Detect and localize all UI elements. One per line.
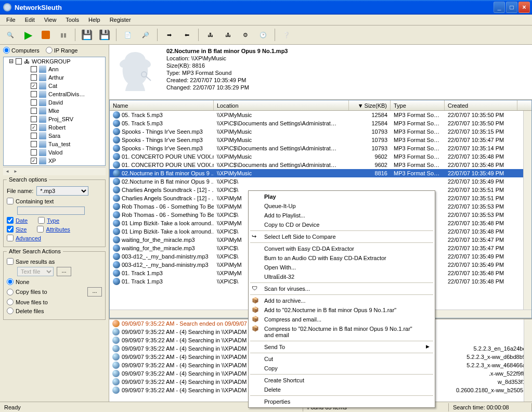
table-row[interactable]: Spooks - Things Ir've Seen.mp3\\XP\MyMus… bbox=[110, 127, 531, 136]
app-title: NetworkSleuth bbox=[15, 4, 494, 11]
tree-node[interactable]: CentralDivis… bbox=[4, 90, 105, 98]
type-check[interactable]: Type bbox=[38, 217, 59, 224]
close-button[interactable]: × bbox=[518, 2, 530, 13]
scope-iprange[interactable]: IP Range bbox=[46, 47, 78, 54]
pause-button[interactable]: ▮▮ bbox=[56, 28, 71, 42]
tree-node[interactable]: Valod bbox=[4, 148, 105, 157]
context-menu-item[interactable]: Open With... bbox=[250, 263, 434, 272]
action-delete[interactable]: Delete files bbox=[7, 307, 44, 314]
export-button[interactable]: ➡ bbox=[162, 28, 176, 42]
advanced-check[interactable]: Advanced bbox=[7, 235, 41, 241]
menu-register[interactable]: Register bbox=[106, 16, 135, 24]
context-menu: PlayQueue-It-UpAdd to Playlist...Copy to… bbox=[248, 190, 435, 408]
tree-node[interactable]: Proj_SRV bbox=[4, 115, 105, 123]
date-check[interactable]: Date bbox=[7, 217, 28, 224]
browse-save-button[interactable]: ... bbox=[57, 267, 71, 276]
context-menu-item[interactable]: Delete bbox=[250, 385, 434, 394]
context-menu-item[interactable]: 🛡Scan for viruses... bbox=[250, 284, 434, 293]
scope-computers[interactable]: Computers bbox=[3, 47, 40, 54]
table-row[interactable]: Spooks - Things Ir've Seen.mp3\\XP\MyMus… bbox=[110, 136, 531, 144]
search-icon[interactable]: 🔍 bbox=[3, 28, 18, 42]
attributes-check[interactable]: Attributes bbox=[37, 226, 70, 233]
context-menu-item[interactable]: Send To▶ bbox=[250, 342, 434, 352]
log-vscroll[interactable] bbox=[524, 319, 532, 402]
context-menu-item[interactable]: Copy bbox=[250, 364, 434, 373]
schedule-icon[interactable]: 🕑 bbox=[256, 28, 270, 42]
tree-node[interactable]: ✓XP bbox=[4, 157, 105, 165]
context-menu-item[interactable]: 📦Compress to "02.Nocturne in B flat mino… bbox=[250, 324, 434, 340]
save-results-check[interactable]: Save results as bbox=[7, 258, 55, 265]
menu-tools[interactable]: Tools bbox=[61, 16, 83, 24]
context-menu-item[interactable]: ↪Select Left Side to Compare bbox=[250, 232, 434, 241]
filename-input[interactable]: *.mp3 bbox=[36, 186, 88, 196]
find-button[interactable]: 🔎 bbox=[138, 28, 153, 42]
action-move[interactable]: Move files to bbox=[7, 299, 48, 305]
col-name[interactable]: Name bbox=[110, 100, 214, 110]
tree-node[interactable]: Tua_test bbox=[4, 140, 105, 148]
menubar: File Edit View Tools Help Register bbox=[0, 15, 532, 25]
context-menu-item[interactable]: Add to Playlist... bbox=[250, 211, 434, 220]
context-menu-item[interactable]: Convert with Easy CD-DA Extractor bbox=[250, 244, 434, 253]
context-menu-item[interactable]: Play bbox=[250, 192, 434, 201]
after-actions-group: After Search Actions Save results as Tex… bbox=[3, 251, 106, 320]
detail-name: 02.Nocturne in B flat minor Opus 9 No.1.… bbox=[166, 48, 288, 54]
tree-node[interactable]: Arthur bbox=[4, 73, 105, 82]
context-menu-item[interactable]: Queue-It-Up bbox=[250, 201, 434, 211]
minimize-button[interactable]: _ bbox=[494, 2, 505, 13]
col-created[interactable]: Created bbox=[445, 100, 517, 110]
context-menu-item[interactable]: Create Shortcut bbox=[250, 376, 434, 385]
context-menu-item[interactable]: Properties bbox=[250, 397, 434, 406]
table-row[interactable]: 05. Track 5.mp3\\XP\C$\Documents and Set… bbox=[110, 119, 531, 127]
containing-text-check[interactable]: Containing text bbox=[7, 198, 54, 204]
table-row[interactable]: 02.Nocturne in B flat minor Opus 9 …\\XP… bbox=[110, 169, 531, 177]
list-button[interactable]: 📄 bbox=[121, 28, 135, 42]
context-menu-item[interactable]: 📦Add to archive... bbox=[250, 296, 434, 305]
save-button[interactable]: 💾 bbox=[80, 28, 94, 42]
stop-button[interactable] bbox=[38, 28, 53, 42]
settings-icon[interactable]: ⚙ bbox=[238, 28, 253, 42]
tree-node[interactable]: ✓Cat bbox=[4, 82, 105, 90]
menu-help[interactable]: Help bbox=[84, 16, 105, 24]
context-menu-item[interactable]: Copy to CD or Device bbox=[250, 220, 434, 229]
browse-copy-button[interactable]: ... bbox=[87, 287, 102, 297]
tree-node[interactable]: Sara bbox=[4, 132, 105, 140]
table-row[interactable]: 01. CONCERTO POUR UNE VOIX.mp3\\XP\C$\Do… bbox=[110, 161, 531, 169]
svg-line-1 bbox=[146, 76, 151, 81]
maximize-button[interactable]: □ bbox=[506, 2, 517, 13]
context-menu-item[interactable]: 📦Compress and email... bbox=[250, 315, 434, 324]
table-row[interactable]: 02.Nocturne in B flat minor Opus 9 …\\XP… bbox=[110, 177, 531, 186]
tree-node[interactable]: David bbox=[4, 98, 105, 107]
tree-node[interactable]: Mke bbox=[4, 107, 105, 115]
table-row[interactable]: 05. Track 5.mp3\\XP\MyMusic12584MP3 Form… bbox=[110, 111, 531, 119]
sherlock-icon bbox=[114, 48, 156, 95]
context-menu-item[interactable]: Cut bbox=[250, 354, 434, 364]
toolbar: 🔍 ▶ ▮▮ 💾 💾 📄 🔎 ➡ ⬅ 🖧 🖧 ⚙ 🕑 ❔ bbox=[0, 25, 532, 45]
menu-edit[interactable]: Edit bbox=[21, 16, 39, 24]
tree-node[interactable]: Ann bbox=[4, 65, 105, 73]
action-copy[interactable]: Copy files to bbox=[7, 289, 47, 295]
grid-vscroll[interactable] bbox=[523, 111, 531, 310]
tree-node[interactable]: ✓Robert bbox=[4, 123, 105, 132]
net-icon[interactable]: 🖧 bbox=[203, 28, 217, 42]
action-none[interactable]: None bbox=[7, 278, 29, 285]
net-refresh-icon[interactable]: 🖧 bbox=[220, 28, 235, 42]
col-type[interactable]: Type bbox=[391, 100, 445, 110]
context-menu-item[interactable]: Burn to an Audio CD with Easy CD-DA Extr… bbox=[250, 253, 434, 263]
table-row[interactable]: 01. CONCERTO POUR UNE VOIX.mp3\\XP\MyMus… bbox=[110, 152, 531, 161]
size-check[interactable]: Size bbox=[7, 226, 27, 233]
save-as-button[interactable]: 💾 bbox=[97, 28, 112, 42]
col-size[interactable]: ▼ Size(KB) bbox=[349, 100, 391, 110]
context-menu-item[interactable]: 📦Add to "02.Nocturne in B flat minor Opu… bbox=[250, 305, 434, 315]
help-icon[interactable]: ❔ bbox=[279, 28, 294, 42]
table-row[interactable]: Spooks - Things Ir've Seen.mp3\\XP\C$\Do… bbox=[110, 144, 531, 152]
search-options-group: Search options File name: *.mp3 Containi… bbox=[3, 179, 106, 247]
computer-tree[interactable]: ⊟ 🖧 WORKGROUP AnnArthur✓CatCentralDivis…… bbox=[3, 57, 106, 166]
import-button[interactable]: ⬅ bbox=[179, 28, 194, 42]
col-location[interactable]: Location bbox=[214, 100, 349, 110]
menu-view[interactable]: View bbox=[40, 16, 61, 24]
save-format-select: Text file bbox=[17, 267, 54, 276]
context-menu-item[interactable]: UltraEdit-32 bbox=[250, 272, 434, 281]
tree-scrollbar[interactable] bbox=[3, 167, 106, 175]
play-button[interactable]: ▶ bbox=[21, 28, 35, 42]
menu-file[interactable]: File bbox=[2, 16, 20, 24]
